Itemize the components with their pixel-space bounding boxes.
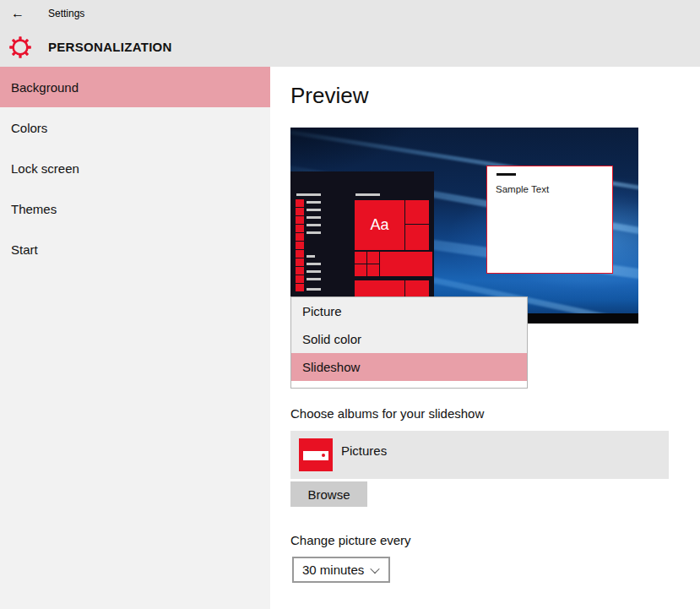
menu-header-line xyxy=(296,193,321,196)
sample-title-line xyxy=(497,173,516,176)
tile xyxy=(405,200,429,224)
sidebar-item-background[interactable]: Background xyxy=(0,67,270,107)
photo-frame-icon xyxy=(303,451,328,460)
rail-tile xyxy=(296,233,304,241)
browse-button[interactable]: Browse xyxy=(290,481,367,507)
sidebar: Background Colors Lock screen Themes Sta… xyxy=(0,67,270,609)
rail-tile xyxy=(296,258,304,266)
dropdown-option-solid-color[interactable]: Solid color xyxy=(291,325,527,353)
menu-line xyxy=(307,278,321,280)
dropdown-option-label: Slideshow xyxy=(302,360,360,374)
album-name: Pictures xyxy=(341,431,387,470)
menu-line xyxy=(307,224,321,226)
sidebar-item-label: Start xyxy=(11,242,38,257)
chevron-down-icon xyxy=(370,563,379,573)
albums-section-label: Choose albums for your slideshow xyxy=(290,406,484,421)
rail-tile xyxy=(296,225,304,232)
rail-tile xyxy=(296,284,304,291)
settings-window: ← Settings PERSONALIZ xyxy=(0,0,700,609)
menu-line xyxy=(307,288,321,291)
dropdown-option-label: Solid color xyxy=(302,332,361,346)
menu-line xyxy=(307,263,321,265)
photo-dot-icon xyxy=(322,454,325,457)
window-title: Settings xyxy=(48,8,84,19)
sample-text-window: Sample Text xyxy=(486,166,613,274)
sidebar-item-label: Lock screen xyxy=(11,161,79,176)
sidebar-item-start[interactable]: Start xyxy=(0,229,270,269)
sidebar-item-colors[interactable]: Colors xyxy=(0,107,270,148)
tiles-header-line xyxy=(355,193,380,196)
pictures-album-icon xyxy=(299,438,333,471)
sidebar-item-label: Background xyxy=(11,80,79,95)
sample-text: Sample Text xyxy=(496,184,549,194)
preview-heading: Preview xyxy=(290,83,368,109)
tile xyxy=(355,264,366,276)
tile xyxy=(355,252,366,264)
tile xyxy=(367,252,379,264)
back-button[interactable]: ← xyxy=(11,3,24,24)
menu-line xyxy=(307,209,321,211)
rail-tile xyxy=(296,208,304,215)
interval-section-label: Change picture every xyxy=(290,533,411,547)
sidebar-item-themes[interactable]: Themes xyxy=(0,188,270,229)
rail-tile xyxy=(296,199,304,207)
menu-line xyxy=(307,201,321,204)
dropdown-option-label: Picture xyxy=(302,304,342,318)
dropdown-option-slideshow[interactable]: Slideshow xyxy=(291,353,527,381)
rail-tile xyxy=(296,216,304,224)
rail-tile xyxy=(296,250,304,258)
title-bar: ← Settings PERSONALIZ xyxy=(0,0,700,67)
album-list-item[interactable]: Pictures xyxy=(290,431,669,479)
background-type-dropdown: Picture Solid color Slideshow xyxy=(290,296,528,389)
tile xyxy=(367,264,379,276)
interval-select[interactable]: 30 minutes xyxy=(292,557,390,583)
back-arrow-icon: ← xyxy=(11,6,24,20)
menu-line xyxy=(307,270,321,273)
browse-button-label: Browse xyxy=(307,487,350,502)
tile-label: Aa xyxy=(370,216,388,234)
preview-image: Aa Sample Text xyxy=(290,128,638,324)
gear-icon xyxy=(8,35,32,59)
tile xyxy=(405,225,429,250)
menu-line xyxy=(307,231,321,234)
dropdown-option-picture[interactable]: Picture xyxy=(291,297,527,325)
page-title: PERSONALIZATION xyxy=(48,40,172,54)
accent-preview-tile: Aa xyxy=(355,200,404,250)
start-menu-preview: Aa xyxy=(290,171,434,313)
rail-tile xyxy=(296,275,304,283)
rail-tile xyxy=(296,242,304,249)
sidebar-item-label: Colors xyxy=(11,121,47,135)
menu-line xyxy=(307,216,321,219)
sidebar-item-lock-screen[interactable]: Lock screen xyxy=(0,148,270,188)
sidebar-item-label: Themes xyxy=(11,202,57,216)
interval-selected-value: 30 minutes xyxy=(302,563,364,577)
menu-line xyxy=(307,255,315,258)
tile xyxy=(380,252,432,276)
rail-tile xyxy=(296,267,304,275)
